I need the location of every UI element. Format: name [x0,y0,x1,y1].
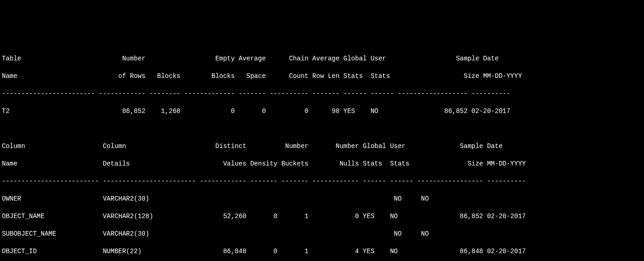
column-row: OBJECT_ID NUMBER(22) 86,848 0 1 4 YES NO… [2,247,644,256]
table-separator: ------------------------ ------------ --… [2,89,644,98]
table-header-line1: Table Number Empty Average Chain Average… [2,54,644,63]
column-header-line1: Column Column Distinct Number Number Glo… [2,142,644,151]
table-row: T2 86,852 1,268 0 0 0 98 YES NO 86,852 0… [2,107,644,116]
table-header-line2: Name of Rows Blocks Blocks Space Count R… [2,72,644,81]
column-separator: ------------------------- --------------… [2,177,644,186]
terminal-output[interactable]: Table Number Empty Average Chain Average… [0,44,644,261]
column-row: OWNER VARCHAR2(30) NO NO [2,195,644,203]
blank-line [2,125,644,133]
column-header-line2: Name Details Values Density Buckets Null… [2,160,644,168]
column-row: SUBOBJECT_NAME VARCHAR2(30) NO NO [2,230,644,238]
column-row: OBJECT_NAME VARCHAR2(128) 52,260 0 1 0 Y… [2,212,644,221]
